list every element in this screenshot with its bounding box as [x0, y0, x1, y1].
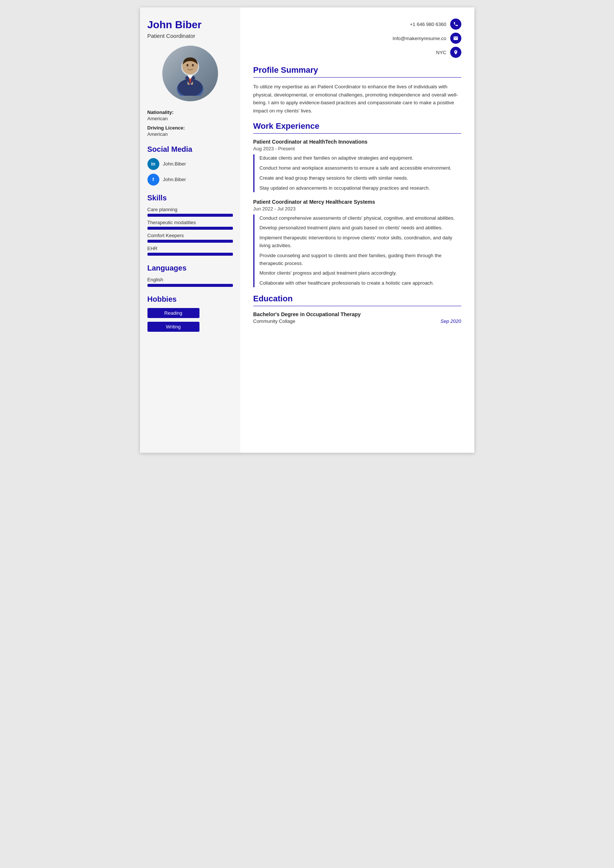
- email-item: Info@makemyresume.co: [393, 33, 461, 44]
- job-1-dates: Aug 2023 - Present: [253, 146, 461, 151]
- linkedin-handle: John.Biber: [163, 161, 186, 167]
- job-1-bullet-1: Educate clients and their families on ad…: [260, 154, 461, 162]
- sidebar-title: Patient Coordinator: [148, 33, 233, 39]
- sidebar-name: John Biber: [148, 19, 233, 31]
- skill-comfort: Comfort Keepers: [148, 232, 233, 243]
- skills-heading: Skills: [148, 194, 233, 202]
- nationality-label: Nationality:: [148, 110, 233, 115]
- phone-text: +1 646 980 6360: [410, 22, 446, 27]
- languages-heading: Languages: [148, 264, 233, 273]
- edu-row: Community Collage Sep 2020: [253, 318, 461, 324]
- profile-heading: Profile Summary: [253, 65, 461, 75]
- lang-bar-1: [148, 284, 233, 287]
- experience-section: Work Experience Patient Coordinator at H…: [253, 121, 461, 287]
- skill-ehr: EHR: [148, 246, 233, 256]
- job-2: Patient Coordinator at Mercy Healthcare …: [253, 199, 461, 287]
- profile-section: Profile Summary To utilize my expertise …: [253, 65, 461, 115]
- skill-bar-2: [148, 227, 233, 230]
- location-item: NYC: [436, 47, 461, 58]
- location-icon: [450, 47, 461, 58]
- hobby-reading: Reading: [148, 308, 199, 318]
- edu-date: Sep 2020: [440, 318, 461, 324]
- job-1-bullets: Educate clients and their families on ad…: [253, 154, 461, 192]
- profile-divider: [253, 77, 461, 78]
- phone-icon: [450, 19, 461, 30]
- job-1-bullet-3: Create and lead group therapy sessions f…: [260, 174, 461, 182]
- contact-section: +1 646 980 6360 Info@makemyresume.co: [253, 19, 461, 58]
- facebook-item[interactable]: f John.Biber: [148, 174, 233, 186]
- education-divider: [253, 306, 461, 306]
- job-2-bullet-3: Implement therapeutic interventions to i…: [260, 234, 461, 250]
- nationality-value: American: [148, 116, 233, 121]
- edu-school: Community Collage: [253, 318, 295, 324]
- hobbies-heading: Hobbies: [148, 295, 233, 304]
- contact-items: +1 646 980 6360 Info@makemyresume.co: [393, 19, 461, 58]
- phone-item: +1 646 980 6360: [410, 19, 461, 30]
- hobby-writing: Writing: [148, 322, 199, 332]
- job-2-bullet-1: Conduct comprehensive assessments of cli…: [260, 214, 461, 222]
- job-2-dates: Jun 2022 - Jul 2023: [253, 206, 461, 212]
- location-text: NYC: [436, 50, 446, 55]
- facebook-icon: f: [148, 174, 159, 186]
- job-1: Patient Coordinator at HealthTech Innova…: [253, 139, 461, 192]
- skill-care-planning: Care planning: [148, 207, 233, 217]
- driving-label: Driving Licence:: [148, 125, 233, 131]
- skill-bar-4: [148, 253, 233, 256]
- edu-entry-1: Bachelor's Degree in Occupational Therap…: [253, 312, 461, 324]
- job-2-bullet-4: Provide counseling and support to client…: [260, 252, 461, 268]
- experience-divider: [253, 133, 461, 133]
- job-1-title: Patient Coordinator at HealthTech Innova…: [253, 139, 461, 145]
- facebook-handle: John.Biber: [163, 177, 186, 182]
- skill-bar-1: [148, 214, 233, 217]
- linkedin-item[interactable]: in John.Biber: [148, 158, 233, 170]
- profile-text: To utilize my expertise as an Patient Co…: [253, 83, 461, 115]
- avatar: [148, 46, 233, 101]
- skill-bar-3: [148, 240, 233, 243]
- driving-value: American: [148, 131, 233, 137]
- job-2-bullet-6: Collaborate with other healthcare profes…: [260, 279, 461, 287]
- job-2-bullet-2: Develop personalized treatment plans and…: [260, 224, 461, 232]
- job-2-bullets: Conduct comprehensive assessments of cli…: [253, 214, 461, 287]
- education-heading: Education: [253, 294, 461, 304]
- svg-point-8: [187, 64, 188, 66]
- job-1-bullet-2: Conduct home and workplace assessments t…: [260, 164, 461, 172]
- job-2-title: Patient Coordinator at Mercy Healthcare …: [253, 199, 461, 205]
- email-text: Info@makemyresume.co: [393, 36, 446, 41]
- email-icon: [450, 33, 461, 44]
- education-section: Education Bachelor's Degree in Occupatio…: [253, 294, 461, 324]
- job-2-bullet-5: Monitor clients' progress and adjust tre…: [260, 270, 461, 277]
- edu-degree: Bachelor's Degree in Occupational Therap…: [253, 312, 461, 317]
- social-heading: Social Media: [148, 145, 233, 153]
- language-english: English: [148, 277, 233, 282]
- skill-therapeutic: Therapeutic modalities: [148, 220, 233, 230]
- job-1-bullet-4: Stay updated on advancements in occupati…: [260, 184, 461, 192]
- svg-point-9: [192, 64, 194, 66]
- linkedin-icon: in: [148, 158, 159, 170]
- experience-heading: Work Experience: [253, 121, 461, 131]
